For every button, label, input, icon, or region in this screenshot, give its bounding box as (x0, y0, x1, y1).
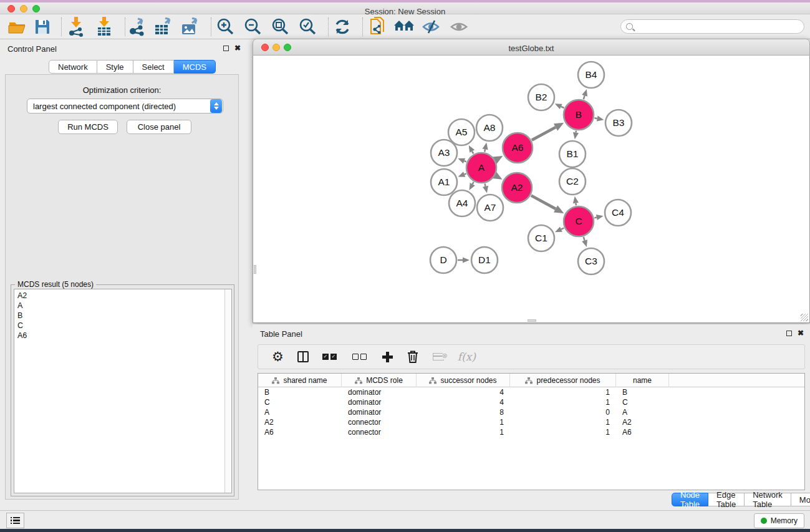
edge-C-C1[interactable] (561, 228, 564, 230)
table-row[interactable]: Bdominator41B (258, 387, 804, 397)
table-row[interactable]: A2connector11A2 (258, 417, 804, 427)
graph-node-label: C3 (585, 256, 597, 266)
edge-C-C3[interactable] (584, 237, 585, 241)
edge-A6-B[interactable] (532, 127, 556, 140)
graph-node-label: D1 (478, 254, 491, 265)
tab-motifs[interactable]: Motifs (791, 493, 810, 506)
network-window-titlebar[interactable]: testGlobe.txt (253, 39, 810, 56)
edge-B-B4[interactable] (584, 95, 585, 99)
result-item[interactable]: A (17, 301, 231, 311)
deselect-all-rows-icon[interactable] (352, 354, 369, 360)
refresh-view-icon[interactable] (330, 16, 355, 37)
delete-column-icon[interactable] (407, 350, 419, 364)
zoom-out-icon[interactable] (240, 16, 265, 37)
edge-A-A7[interactable] (485, 183, 486, 186)
graph-node-label: A1 (438, 177, 450, 187)
add-column-icon[interactable] (382, 352, 393, 362)
edge-arrowhead (597, 116, 604, 122)
edge-C-C2[interactable] (576, 203, 576, 206)
table-panel-tabs: Node TableEdge TableNetwork TableMotifs (672, 493, 810, 506)
table-panel-header: Table Panel ✖ (253, 324, 810, 342)
zoom-fit-icon[interactable] (268, 16, 292, 37)
search-input[interactable] (633, 22, 804, 32)
tab-node-table[interactable]: Node Table (672, 493, 708, 506)
close-panel-icon[interactable]: ✖ (234, 45, 241, 51)
edge-A-A1[interactable] (465, 173, 466, 174)
export-image-icon[interactable] (178, 16, 203, 37)
canvas-horizontal-scrollbar[interactable] (528, 319, 536, 322)
table-cell: 1 (417, 417, 510, 427)
node-table[interactable]: shared nameMCDS rolesuccessor nodesprede… (258, 373, 805, 490)
column-type-icon (429, 377, 436, 384)
column-header-name[interactable]: name (616, 374, 669, 387)
tab-select[interactable]: Select (133, 60, 174, 74)
float-panel-icon[interactable] (223, 46, 229, 51)
column-header-successor-nodes[interactable]: successor nodes (417, 374, 510, 387)
edge-B-B3[interactable] (594, 118, 597, 118)
import-table-icon[interactable] (92, 16, 117, 37)
control-panel-tabs: NetworkStyleSelectMCDS (49, 60, 216, 74)
save-session-icon[interactable] (30, 16, 55, 37)
mcds-tab-content: Optimization criterion: largest connecte… (5, 74, 239, 500)
hide-eye-icon[interactable] (418, 16, 443, 37)
edge-A2-C[interactable] (531, 195, 556, 208)
table-cell: B (616, 387, 669, 397)
edge-A-A3[interactable] (464, 161, 466, 162)
resize-grip[interactable] (801, 314, 808, 321)
table-toolbar: ⚙ ✓✓ f(x) (258, 344, 805, 369)
edge-B-B2[interactable] (561, 107, 564, 108)
column-header-predecessor-nodes[interactable]: predecessor nodes (510, 374, 616, 387)
canvas-vertical-scrollbar[interactable] (254, 265, 256, 274)
tab-mcds[interactable]: MCDS (174, 60, 216, 74)
float-panel-icon[interactable] (786, 331, 792, 336)
network-canvas[interactable]: B4B2BB3A8A5A6A3B1AC2A1A2A4A7C4CC1C3DD1 (253, 56, 810, 323)
table-row[interactable]: Cdominator41C (258, 397, 804, 407)
edge-A-A8[interactable] (485, 149, 485, 152)
zoom-selected-icon[interactable] (295, 16, 320, 37)
memory-button[interactable]: Memory (754, 513, 804, 528)
graph-node-label: D (440, 254, 446, 265)
edge-A-A4[interactable] (473, 182, 474, 184)
result-scrollbar[interactable] (224, 289, 231, 493)
column-header-shared-name[interactable]: shared name (258, 374, 342, 387)
criterion-dropdown[interactable]: largest connected component (directed) (27, 99, 223, 114)
export-table-icon[interactable] (151, 16, 176, 37)
table-row[interactable]: A6connector11A6 (258, 427, 804, 437)
open-file-icon[interactable] (5, 16, 30, 37)
new-network-from-file-icon[interactable] (365, 16, 390, 37)
edge-A-A5[interactable] (472, 152, 473, 154)
graph-node-label: A3 (438, 147, 450, 158)
export-network-icon[interactable] (125, 16, 150, 37)
result-item[interactable]: B (17, 311, 231, 321)
tab-network[interactable]: Network (49, 60, 97, 74)
column-header-MCDS-role[interactable]: MCDS role (342, 374, 417, 387)
run-mcds-button[interactable]: Run MCDS (58, 120, 118, 134)
edge-arrowhead (582, 239, 587, 247)
column-type-icon (355, 377, 362, 384)
home-layout-icon[interactable] (392, 16, 417, 37)
tab-network-table[interactable]: Network Table (745, 493, 791, 506)
table-row[interactable]: Adominator80A (258, 407, 804, 417)
result-item[interactable]: A2 (17, 291, 231, 301)
table-cell: A6 (616, 427, 669, 437)
result-item[interactable]: C (17, 321, 231, 331)
show-columns-icon[interactable] (297, 351, 309, 362)
table-cell: 1 (510, 427, 616, 437)
tab-style[interactable]: Style (97, 60, 133, 74)
close-panel-icon[interactable]: ✖ (798, 330, 804, 336)
result-item[interactable]: A6 (17, 331, 231, 341)
graph-node-label: C4 (612, 207, 624, 218)
task-history-button[interactable] (6, 513, 24, 528)
mcds-result-list[interactable]: A2ABCA6 (14, 289, 232, 493)
show-eye-icon[interactable] (446, 16, 471, 37)
import-network-icon[interactable] (64, 16, 89, 37)
search-field[interactable] (620, 19, 804, 34)
tab-edge-table[interactable]: Edge Table (708, 493, 745, 506)
table-settings-gear-icon[interactable]: ⚙ (272, 351, 284, 363)
close-panel-button[interactable]: Close panel (127, 120, 191, 134)
select-all-rows-icon[interactable]: ✓✓ (322, 354, 339, 360)
zoom-in-icon[interactable] (213, 16, 238, 37)
control-panel: Control Panel ✖ NetworkStyleSelectMCDS O… (0, 39, 244, 510)
table-cell: 4 (417, 397, 510, 407)
edge-C-C4[interactable] (594, 218, 596, 218)
